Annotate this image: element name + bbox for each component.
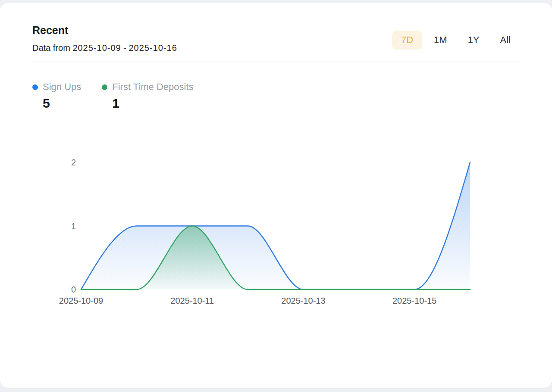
- legend-label-first-time-deposits: First Time Deposits: [112, 81, 193, 93]
- range-button-1y[interactable]: 1Y: [459, 31, 489, 50]
- date-end: 2025-10-16: [129, 43, 177, 53]
- x-axis-tick-label: 2025-10-11: [158, 296, 227, 305]
- chart-canvas: [0, 158, 552, 300]
- time-range-selector: 7D 1M 1Y All: [392, 31, 520, 50]
- card-header: Recent Data from 2025-10-09 - 2025-10-16…: [0, 3, 552, 53]
- y-axis-tick-label: 2: [54, 158, 76, 167]
- signups-dot-icon: [32, 84, 38, 90]
- date-separator: -: [123, 43, 126, 53]
- legend-value-signups: 5: [43, 96, 81, 110]
- date-start: 2025-10-09: [72, 43, 121, 53]
- x-axis-tick-label: 2025-10-09: [47, 296, 116, 305]
- legend-item-signups-top: Sign Ups: [32, 81, 81, 93]
- header-text: Recent Data from 2025-10-09 - 2025-10-16: [32, 24, 177, 53]
- legend-item-ftd-top: First Time Deposits: [102, 81, 193, 93]
- range-button-7d[interactable]: 7D: [392, 31, 422, 50]
- date-range-subtitle: Data from 2025-10-09 - 2025-10-16: [32, 43, 177, 53]
- x-axis-tick-label: 2025-10-13: [269, 296, 338, 305]
- y-axis-tick-label: 1: [54, 222, 76, 230]
- legend-item-first-time-deposits[interactable]: First Time Deposits 1: [102, 81, 193, 110]
- x-axis-tick-label: 2025-10-15: [380, 296, 449, 305]
- legend-value-first-time-deposits: 1: [112, 96, 193, 110]
- legend-label-signups: Sign Ups: [43, 81, 81, 93]
- range-button-all[interactable]: All: [491, 31, 520, 50]
- first-time-deposits-dot-icon: [102, 84, 107, 90]
- area-chart[interactable]: 0122025-10-092025-10-112025-10-132025-10…: [0, 158, 552, 313]
- range-button-1m[interactable]: 1M: [425, 31, 456, 50]
- y-axis-tick-label: 0: [54, 285, 76, 294]
- subtitle-prefix: Data from: [32, 43, 70, 53]
- page-title: Recent: [32, 24, 177, 37]
- legend-item-signups[interactable]: Sign Ups 5: [32, 81, 81, 110]
- recent-stats-card: Recent Data from 2025-10-09 - 2025-10-16…: [0, 3, 552, 388]
- chart-legend: Sign Ups 5 First Time Deposits 1: [32, 81, 520, 110]
- header-divider: [32, 62, 520, 62]
